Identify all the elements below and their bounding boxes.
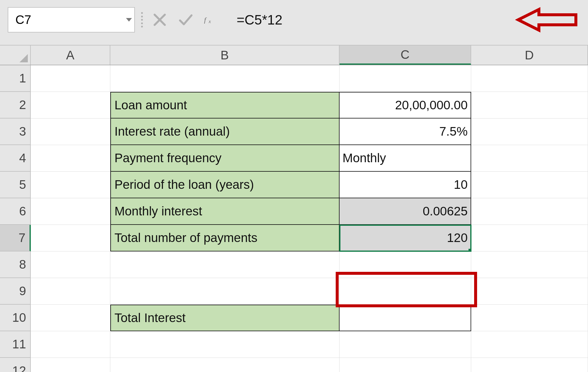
row: 6 Monthly interest 0.00625 (0, 198, 588, 225)
cell-D11[interactable] (471, 331, 588, 358)
row-header-9[interactable]: 9 (0, 278, 31, 305)
cell-C5[interactable]: 10 (340, 172, 471, 198)
cell-A9[interactable] (31, 278, 110, 305)
cell-B4[interactable]: Payment frequency (110, 145, 340, 172)
cell-A6[interactable] (31, 198, 110, 225)
row-header-11[interactable]: 11 (0, 331, 31, 358)
cell-C9[interactable] (340, 278, 471, 305)
cell-A5[interactable] (31, 172, 110, 198)
formula-bar-input[interactable]: =C5*12 (228, 7, 510, 33)
cell-A3[interactable] (31, 118, 110, 145)
cell-D12[interactable] (471, 358, 588, 372)
row-header-10[interactable]: 10 (0, 305, 31, 331)
cell-D1[interactable] (471, 65, 588, 92)
cell-C7[interactable]: 120 (340, 225, 471, 251)
cell-B10[interactable]: Total Interest (110, 305, 340, 331)
enter-icon[interactable] (178, 12, 193, 27)
cell-D10[interactable] (471, 305, 588, 331)
cell-C8[interactable] (340, 251, 471, 278)
column-headers: A B C D (0, 45, 588, 65)
fx-icon[interactable]: fx (204, 12, 219, 27)
row: 8 (0, 251, 588, 278)
cell-D2[interactable] (471, 92, 588, 118)
cell-D3[interactable] (471, 118, 588, 145)
cell-B6[interactable]: Monthly interest (110, 198, 340, 225)
cell-B3[interactable]: Interest rate (annual) (110, 118, 340, 145)
cell-A11[interactable] (31, 331, 110, 358)
row-header-7[interactable]: 7 (0, 225, 31, 251)
cell-A12[interactable] (31, 358, 110, 372)
cell-A8[interactable] (31, 251, 110, 278)
spreadsheet: A B C D 1 2 Loan amount 20,00,000.00 3 I… (0, 45, 588, 372)
arrow-left-icon (515, 7, 580, 33)
cell-B12[interactable] (110, 358, 340, 372)
cancel-icon[interactable] (152, 12, 167, 27)
cell-C1[interactable] (340, 65, 471, 92)
row: 3 Interest rate (annual) 7.5% (0, 118, 588, 145)
cell-D5[interactable] (471, 172, 588, 198)
cell-A7[interactable] (31, 225, 110, 251)
row-header-4[interactable]: 4 (0, 145, 31, 172)
row: 5 Period of the loan (years) 10 (0, 172, 588, 198)
cell-D4[interactable] (471, 145, 588, 172)
cell-A4[interactable] (31, 145, 110, 172)
select-all-button[interactable] (0, 46, 31, 65)
formula-bar-controls: fx (149, 12, 222, 27)
cell-C4[interactable]: Monthly (340, 145, 471, 172)
row: 1 (0, 65, 588, 92)
row-header-8[interactable]: 8 (0, 251, 31, 278)
row-header-5[interactable]: 5 (0, 172, 31, 198)
svg-text:x: x (208, 19, 211, 24)
name-box-value: C7 (15, 13, 31, 27)
cell-C2[interactable]: 20,00,000.00 (340, 92, 471, 118)
cell-B5[interactable]: Period of the loan (years) (110, 172, 340, 198)
row: 10 Total Interest (0, 305, 588, 331)
cell-C3[interactable]: 7.5% (340, 118, 471, 145)
column-header-B[interactable]: B (110, 46, 340, 65)
cell-D7[interactable] (471, 225, 588, 251)
grid-rows: 1 2 Loan amount 20,00,000.00 3 Interest … (0, 65, 588, 372)
row: 2 Loan amount 20,00,000.00 (0, 92, 588, 118)
cell-D8[interactable] (471, 251, 588, 278)
cell-C10[interactable] (340, 305, 471, 331)
row: 9 (0, 278, 588, 305)
row: 12 (0, 358, 588, 372)
chevron-down-icon[interactable] (126, 18, 132, 22)
cell-A1[interactable] (31, 65, 110, 92)
row: 7 Total number of payments 120 (0, 225, 588, 251)
cell-C11[interactable] (340, 331, 471, 358)
name-box[interactable]: C7 (8, 7, 135, 33)
cell-B2[interactable]: Loan amount (110, 92, 340, 118)
column-header-A[interactable]: A (31, 46, 110, 65)
cell-C6[interactable]: 0.00625 (340, 198, 471, 225)
column-header-D[interactable]: D (471, 46, 588, 65)
row-header-12[interactable]: 12 (0, 358, 31, 372)
cell-A10[interactable] (31, 305, 110, 331)
svg-text:f: f (204, 16, 207, 24)
row-header-1[interactable]: 1 (0, 65, 31, 92)
cell-B9[interactable] (110, 278, 340, 305)
formula-text: =C5*12 (237, 12, 282, 28)
column-header-C[interactable]: C (340, 46, 471, 65)
formula-bar-separator (140, 10, 144, 29)
cell-B1[interactable] (110, 65, 340, 92)
row-header-2[interactable]: 2 (0, 92, 31, 118)
row-header-3[interactable]: 3 (0, 118, 31, 145)
row: 11 (0, 331, 588, 358)
cell-B11[interactable] (110, 331, 340, 358)
cell-C12[interactable] (340, 358, 471, 372)
row-header-6[interactable]: 6 (0, 198, 31, 225)
cell-D9[interactable] (471, 278, 588, 305)
cell-A2[interactable] (31, 92, 110, 118)
cell-B8[interactable] (110, 251, 340, 278)
cell-D6[interactable] (471, 198, 588, 225)
row: 4 Payment frequency Monthly (0, 145, 588, 172)
formula-bar: C7 fx =C5*12 (0, 0, 588, 45)
cell-B7[interactable]: Total number of payments (110, 225, 340, 251)
